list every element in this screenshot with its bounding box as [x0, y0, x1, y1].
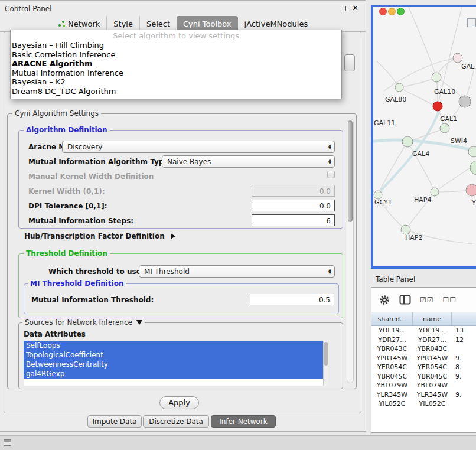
mi-threshold-input[interactable]: 0.5	[250, 294, 334, 305]
settings-group-title: Cyni Algorithm Settings	[12, 109, 101, 118]
mi-algorithm-type-select[interactable]: Naive Bayes ▲▼	[162, 155, 335, 168]
network-node[interactable]	[401, 225, 410, 234]
table-panel-title: Table Panel	[376, 275, 415, 283]
table-row[interactable]: YDR27...YDR27...12	[371, 335, 476, 345]
settings-scrollbar[interactable]	[347, 119, 354, 383]
algorithm-option-aracne-algorithm[interactable]: ARACNE Algorithm	[11, 59, 341, 69]
data-attributes-list: SelfLoopsTopologicalCoefficientBetweenne…	[24, 341, 328, 386]
table-cell: YBR045C	[371, 373, 413, 380]
close-icon[interactable]: ✕	[352, 4, 358, 12]
table-row[interactable]: YBR043CYBR043C	[371, 344, 476, 354]
table-cell: 8.	[452, 363, 476, 371]
table-cell: YDL19...	[413, 327, 452, 334]
algorithm-option-basic-correlation-inference[interactable]: Basic Correlation Inference	[11, 50, 341, 60]
zoom-traffic-light-icon[interactable]	[397, 8, 405, 15]
which-threshold-select[interactable]: MI Threshold ▲▼	[139, 265, 335, 278]
minimize-traffic-light-icon[interactable]	[388, 8, 396, 15]
table-cell: YBL079W	[371, 381, 413, 389]
network-node-label: GAL	[461, 63, 475, 70]
table-cell: YDL19...	[371, 327, 413, 334]
mi-threshold-definition-group: MI Threshold Definition Mutual Informati…	[24, 283, 339, 314]
network-node[interactable]	[440, 123, 449, 133]
apply-button[interactable]: Apply	[159, 396, 199, 409]
columns-icon[interactable]	[399, 295, 411, 305]
clear-all-checkboxes-icon[interactable]: ☐☐	[443, 296, 457, 304]
table-cell: YBL079W	[413, 381, 452, 389]
attribute-item-betweennesscentrality[interactable]: BetweennessCentrality	[24, 360, 323, 369]
attribute-item-topologicalcoefficient[interactable]: TopologicalCoefficient	[24, 350, 323, 360]
table-row[interactable]: YIL052CYIL052C	[371, 399, 476, 409]
column-header-name[interactable]: name	[413, 312, 452, 325]
aracne-mode-select[interactable]: Discovery ▲▼	[62, 141, 335, 153]
float-window-icon[interactable]	[341, 6, 346, 11]
bottom-tab-infer-network[interactable]: Infer Network	[211, 415, 276, 428]
dpi-tolerance-label: DPI Tolerance [0,1]:	[28, 202, 107, 210]
table-cell: YDR27...	[413, 336, 452, 344]
network-node[interactable]	[374, 191, 382, 199]
manual-kernel-checkbox[interactable]	[327, 171, 335, 178]
table-cell: YBR043C	[371, 345, 413, 353]
control-panel-titlebar: Control Panel ✕	[0, 1, 366, 16]
network-node[interactable]	[432, 73, 441, 82]
algorithm-option-bayesian-hill-climbing[interactable]: Bayesian – Hill Climbing	[11, 41, 341, 50]
gear-icon[interactable]	[379, 294, 390, 306]
table-row[interactable]: YLR345WYLR345W9.	[371, 390, 476, 400]
view-corner-box[interactable]	[467, 18, 476, 27]
network-canvas[interactable]: GALGAL80GAL10GAL11GAL1SWI4GAL4GCY1HAP4HA…	[373, 7, 476, 266]
attributes-scrollbar[interactable]	[323, 341, 328, 386]
table-row[interactable]: YBL079WYBL079W	[371, 381, 476, 390]
network-node[interactable]	[395, 83, 403, 92]
bottom-tab-discretize-data[interactable]: Discretize Data	[143, 415, 209, 428]
network-node-label: HAP4	[414, 196, 431, 204]
attribute-item-gal4rgexp[interactable]: gal4RGexp	[24, 369, 323, 379]
network-node[interactable]	[470, 161, 476, 175]
data-attributes-rows: SelfLoopsTopologicalCoefficientBetweenne…	[24, 341, 323, 379]
mi-steps-input[interactable]: 6	[252, 214, 335, 226]
kernel-width-input[interactable]: 0.0	[252, 185, 335, 197]
bottom-tab-bar: Impute DataDiscretize DataInfer Network	[0, 415, 366, 428]
scrollbar-thumb[interactable]	[324, 342, 328, 366]
table-toolbar: ☑☑ ☐☐	[371, 288, 476, 312]
close-traffic-light-icon[interactable]	[379, 8, 387, 15]
select-all-checkboxes-icon[interactable]: ☑☑	[420, 296, 434, 304]
hidden-combo-button[interactable]	[344, 54, 355, 71]
table-cell: 9.	[452, 354, 476, 362]
table-cell: 13	[452, 327, 476, 334]
network-node[interactable]	[468, 146, 476, 157]
network-node-label: GAL10	[434, 88, 455, 96]
expander-expanded-icon	[136, 320, 142, 325]
table-row[interactable]: YBR045CYBR045C9.	[371, 372, 476, 381]
panel-dock-icon[interactable]	[4, 439, 11, 446]
bottom-tab-impute-data[interactable]: Impute Data	[87, 415, 142, 428]
network-node[interactable]	[402, 136, 413, 147]
table-row[interactable]: YPR145WYPR145W9.	[371, 354, 476, 363]
network-node-label: Y	[471, 199, 476, 207]
sources-expander[interactable]: Sources for Network Inference	[22, 318, 145, 327]
network-node[interactable]	[453, 53, 462, 63]
table-cell: YPR145W	[371, 354, 413, 362]
column-header-col3[interactable]	[452, 312, 476, 325]
window-title: Control Panel	[5, 5, 52, 13]
network-node-label: GCY1	[374, 198, 392, 206]
combo-arrows-icon: ▲▼	[328, 144, 331, 150]
table-cell: YIL052C	[371, 400, 413, 407]
algorithm-option-mutual-information-inference[interactable]: Mutual Information Inference	[11, 69, 341, 78]
network-node-label: GAL1	[440, 115, 457, 123]
network-tab-icon	[58, 21, 66, 27]
table-row[interactable]: YDL19...YDL19...13	[371, 326, 476, 335]
algorithm-option-bayesian-k2[interactable]: Bayesian – K2	[11, 77, 341, 87]
table-cell: YDR27...	[371, 336, 413, 344]
sources-group: Sources for Network Inference Data Attri…	[18, 322, 343, 389]
algorithm-option-dream8-dc-tdc-algorithm[interactable]: Dream8 DC_TDC Algorithm	[11, 87, 341, 96]
dpi-tolerance-input[interactable]: 0.0	[252, 200, 335, 211]
scrollbar-thumb[interactable]	[348, 120, 353, 222]
table-row[interactable]: YER054CYER054C8.	[371, 363, 476, 372]
network-node[interactable]	[431, 188, 439, 196]
attribute-item-selfloops[interactable]: SelfLoops	[24, 341, 323, 350]
network-node[interactable]	[459, 96, 471, 107]
network-node[interactable]	[433, 102, 442, 111]
column-header-shared[interactable]: shared...	[371, 312, 413, 325]
hub-definition-expander[interactable]: Hub/Transcription Factor Definition	[24, 232, 175, 240]
table-cell: YBR043C	[413, 345, 452, 353]
network-node[interactable]	[466, 184, 476, 196]
